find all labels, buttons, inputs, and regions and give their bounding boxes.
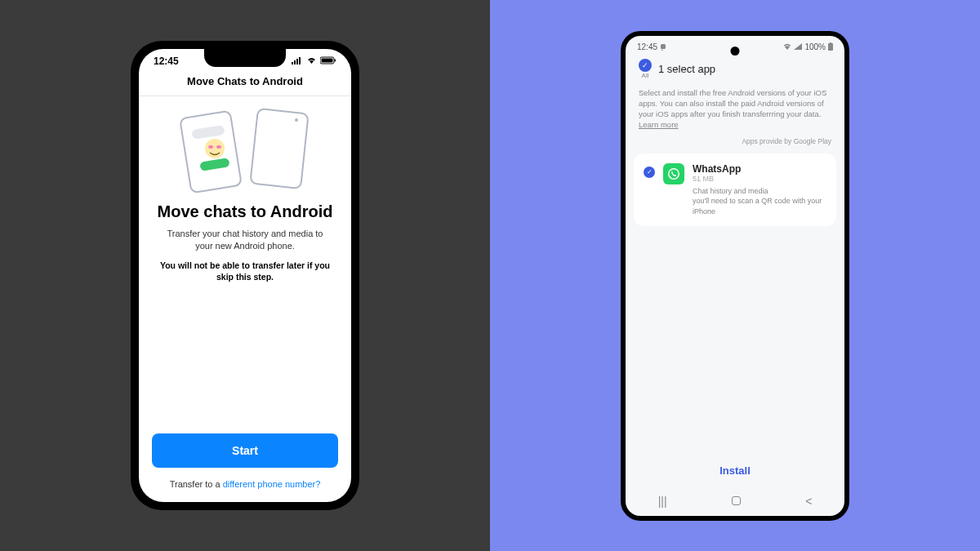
transfer-prefix: Transfer to a [170, 479, 223, 489]
transfer-illustration [176, 104, 314, 194]
start-button[interactable]: Start [152, 433, 338, 468]
apps-provider-text: Apps provide by Google Play [626, 132, 844, 150]
svg-rect-6 [335, 60, 336, 62]
svg-rect-2 [296, 59, 298, 64]
iphone-screen: 12:45 Move Chats to Android [139, 49, 351, 502]
ios-time: 12:45 [154, 56, 179, 67]
app-name: WhatsApp [693, 163, 826, 175]
move-chats-warning: You will not be able to transfer later i… [154, 260, 336, 283]
app-select-checkbox[interactable]: ✓ [644, 167, 655, 178]
svg-rect-13 [208, 145, 213, 149]
back-button[interactable]: < [805, 495, 812, 508]
android-status-right: 100% [783, 42, 833, 52]
different-number-link[interactable]: different phone number? [223, 479, 321, 489]
svg-rect-5 [322, 59, 333, 63]
signal-icon [292, 56, 303, 67]
wifi-icon [306, 56, 317, 67]
android-screen: 12:45 100% ✓ All 1 select app [626, 36, 844, 516]
app-details-line1: Chat history and media [693, 186, 826, 197]
install-button[interactable]: Install [626, 453, 844, 488]
svg-rect-3 [299, 57, 301, 64]
android-status-left: 12:45 [637, 42, 666, 51]
all-label: All [642, 72, 649, 79]
app-details-line2: you'll need to scan a QR code with your … [693, 196, 826, 216]
transfer-link-row: Transfer to a different phone number? [152, 479, 338, 489]
ios-content: Move chats to Android Transfer your chat… [139, 96, 351, 433]
battery-percent: 100% [804, 42, 826, 51]
svg-rect-17 [830, 42, 831, 43]
ios-status-icons [292, 56, 336, 67]
iphone-notch [204, 49, 286, 67]
whatsapp-card[interactable]: ✓ WhatsApp 51 MB Chat history and media … [634, 153, 836, 227]
notification-icon [660, 42, 666, 51]
svg-rect-0 [292, 62, 293, 64]
svg-rect-16 [828, 43, 833, 51]
svg-rect-14 [216, 145, 221, 149]
app-size: 51 MB [693, 175, 826, 183]
select-all-checkbox[interactable]: ✓ [639, 59, 652, 72]
battery-icon [320, 56, 336, 67]
signal-icon [794, 42, 802, 51]
android-device: 12:45 100% ✓ All 1 select app [621, 31, 849, 521]
whatsapp-icon [663, 163, 684, 184]
ios-header-title: Move Chats to Android [139, 69, 351, 96]
learn-more-link[interactable]: Learn more [639, 120, 679, 129]
android-nav-bar: ||| < [626, 488, 844, 516]
android-header: ✓ All 1 select app [626, 56, 844, 82]
left-background: 12:45 Move Chats to Android [0, 0, 490, 551]
recents-button[interactable]: ||| [658, 495, 667, 508]
iphone-device: 12:45 Move Chats to Android [131, 41, 359, 510]
battery-icon [828, 42, 833, 52]
app-info: WhatsApp 51 MB Chat history and media yo… [693, 163, 826, 217]
home-button[interactable] [732, 496, 741, 505]
app-details: Chat history and media you'll need to sc… [693, 186, 826, 217]
svg-rect-15 [661, 44, 666, 49]
android-time: 12:45 [637, 42, 657, 51]
android-camera [731, 47, 740, 56]
svg-rect-8 [250, 109, 308, 189]
svg-rect-1 [294, 60, 296, 64]
select-app-title: 1 select app [658, 63, 715, 75]
android-desc-text: Select and install rhe free Android vers… [639, 88, 826, 119]
android-bottom: Install ||| < [626, 453, 844, 516]
svg-point-12 [205, 139, 225, 158]
wifi-icon [783, 42, 791, 51]
move-chats-title: Move chats to Android [158, 202, 333, 221]
move-chats-description: Transfer your chat history and media to … [154, 228, 336, 253]
android-description: Select and install rhe free Android vers… [626, 82, 844, 132]
ios-bottom-actions: Start Transfer to a different phone numb… [139, 433, 351, 502]
right-background: 12:45 100% ✓ All 1 select app [490, 0, 980, 551]
svg-point-9 [295, 118, 298, 122]
